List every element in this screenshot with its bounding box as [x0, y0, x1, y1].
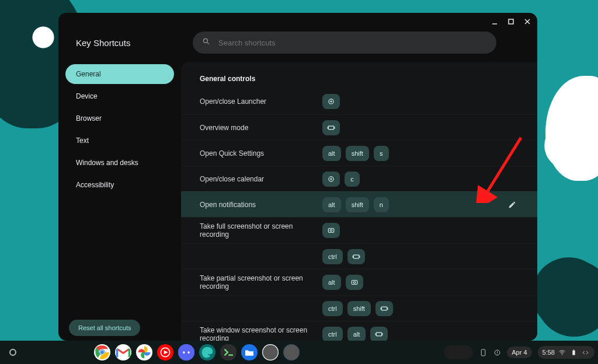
- shortcut-keys: [322, 120, 340, 135]
- svg-point-46: [562, 354, 562, 355]
- shelf-app-app2[interactable]: [283, 344, 300, 360]
- search-input[interactable]: [218, 38, 487, 47]
- shortcut-row[interactable]: Open notificationsaltshiftn: [181, 191, 537, 217]
- wifi-icon: [558, 348, 566, 356]
- shelf-app-chrome[interactable]: [94, 344, 110, 360]
- shortcut-keys: [322, 223, 340, 238]
- shelf-app-youtube-music[interactable]: [157, 344, 173, 360]
- shelf-app-files[interactable]: [241, 344, 258, 360]
- shortcut-row: Overview mode: [181, 114, 537, 140]
- phone-hub[interactable]: [444, 345, 473, 359]
- svg-rect-42: [481, 349, 485, 356]
- close-button[interactable]: [523, 18, 531, 26]
- app-title: Key Shortcuts: [76, 38, 193, 48]
- shortcut-row: Take window screenshot or screen recordi…: [181, 321, 537, 341]
- svg-line-5: [207, 42, 208, 44]
- sidebar-item-accessibility[interactable]: Accessibility: [65, 175, 174, 195]
- shortcut-label: Take window screenshot or screen recordi…: [200, 326, 322, 341]
- sidebar-item-general[interactable]: General: [65, 64, 174, 84]
- shortcut-row: Open Quick Settingsaltshifts: [181, 140, 537, 166]
- key-c: c: [345, 172, 360, 187]
- svg-point-45: [497, 354, 498, 354]
- content-panel: General controls Open/close LauncherOver…: [181, 62, 537, 341]
- svg-rect-48: [573, 349, 575, 350]
- reset-all-shortcuts-button[interactable]: Reset all shortcuts: [69, 320, 140, 336]
- svg-rect-1: [509, 19, 513, 24]
- sidebar: GeneralDeviceBrowserTextWindows and desk…: [58, 62, 181, 341]
- shelf-app-gmail[interactable]: [115, 344, 131, 360]
- shortcut-keys: ctrl: [322, 249, 365, 264]
- stylus-icon[interactable]: [479, 348, 487, 356]
- shortcut-row: ctrl: [181, 243, 537, 269]
- svg-point-12: [331, 178, 332, 180]
- key-alt: alt: [322, 146, 341, 161]
- overview-key-icon: [370, 327, 388, 341]
- shortcut-label: Overview mode: [200, 124, 322, 132]
- shortcut-keys: altshiftn: [322, 197, 389, 212]
- notification-icon[interactable]: [493, 348, 501, 356]
- shortcut-row: Take partial screenshot or screen record…: [181, 269, 537, 295]
- shortcut-label: Open notifications: [200, 201, 322, 209]
- shortcut-label: Open/close calendar: [200, 175, 322, 183]
- shelf-app-app1[interactable]: [262, 344, 279, 360]
- shelf-time: 5:58: [543, 349, 555, 356]
- shortcut-label: Open/close Launcher: [200, 97, 322, 106]
- svg-rect-20: [381, 307, 387, 310]
- shortcut-keys: altshifts: [322, 146, 389, 161]
- key-ctrl: ctrl: [322, 249, 343, 264]
- maximize-button[interactable]: [507, 18, 515, 26]
- key-s: s: [374, 146, 389, 161]
- shelf-app-terminal[interactable]: [220, 344, 237, 360]
- key-alt: alt: [322, 197, 341, 212]
- shortcut-row: Open/close Launcher: [181, 89, 537, 114]
- quick-settings[interactable]: 5:58: [538, 346, 594, 359]
- battery-icon: [570, 348, 578, 356]
- key-shift: shift: [346, 146, 369, 161]
- minimize-button[interactable]: [491, 18, 499, 26]
- edit-shortcut-button[interactable]: [506, 198, 519, 211]
- shelf-app-discord[interactable]: [178, 344, 194, 360]
- shelf-date: Apr 4: [512, 349, 527, 356]
- shortcut-keys: [322, 94, 340, 109]
- shelf: Apr 4 5:58: [0, 341, 598, 364]
- shortcut-keys: alt: [322, 275, 363, 290]
- key-shortcuts-window: Key Shortcuts GeneralDeviceBrowserTextWi…: [58, 13, 537, 341]
- shortcut-label: Take full screenshot or screen recording: [200, 222, 322, 239]
- screenshot-key-icon: [322, 223, 340, 238]
- sidebar-item-text[interactable]: Text: [65, 131, 174, 150]
- shortcut-label: Open Quick Settings: [200, 149, 322, 158]
- key-alt: alt: [347, 327, 366, 341]
- svg-point-7: [331, 101, 332, 103]
- sidebar-item-device[interactable]: Device: [65, 86, 174, 106]
- overview-key-icon: [347, 249, 365, 264]
- search-bar[interactable]: [193, 32, 496, 54]
- shelf-app-edge[interactable]: [199, 344, 215, 360]
- svg-rect-47: [573, 350, 575, 355]
- dev-icon: [582, 348, 590, 356]
- shortcut-row: ctrlshift: [181, 295, 537, 321]
- shortcut-keys: ctrlshift: [322, 301, 393, 316]
- shortcut-keys: c: [322, 172, 360, 187]
- overview-key-icon: [322, 120, 340, 135]
- status-area[interactable]: Apr 4: [507, 346, 531, 358]
- sidebar-item-browser[interactable]: Browser: [65, 108, 174, 128]
- svg-point-4: [203, 38, 207, 43]
- svg-rect-13: [328, 229, 333, 233]
- shortcut-row: Open/close calendarc: [181, 166, 537, 191]
- shortcut-row: Take full screenshot or screen recording: [181, 217, 537, 243]
- svg-point-14: [330, 229, 332, 232]
- key-alt: alt: [322, 275, 341, 290]
- overview-key-icon: [376, 301, 393, 316]
- key-n: n: [374, 197, 389, 212]
- svg-rect-8: [328, 126, 333, 130]
- svg-point-41: [284, 345, 300, 360]
- sidebar-item-windows-and-desks[interactable]: Windows and desks: [65, 153, 174, 173]
- svg-point-19: [353, 281, 356, 284]
- svg-rect-36: [178, 344, 194, 360]
- shelf-app-photos[interactable]: [136, 344, 152, 360]
- search-icon: [202, 37, 210, 48]
- key-shift: shift: [347, 301, 371, 316]
- launcher-button[interactable]: [9, 349, 16, 356]
- section-title: General controls: [181, 75, 537, 89]
- shortcut-label: Take partial screenshot or screen record…: [200, 274, 322, 290]
